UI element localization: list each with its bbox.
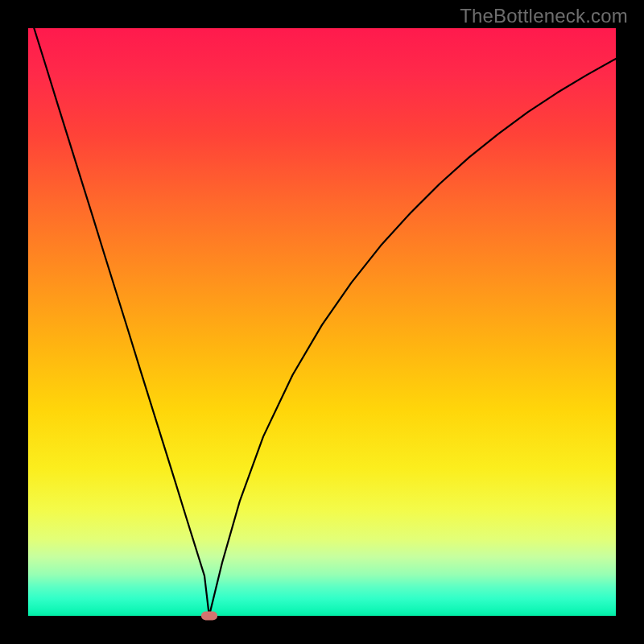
bottleneck-curve (28, 28, 616, 616)
watermark-text: TheBottleneck.com (460, 5, 628, 27)
chart-frame: TheBottleneck.com (0, 0, 644, 644)
optimum-marker (201, 612, 217, 621)
plot-area (28, 28, 616, 616)
